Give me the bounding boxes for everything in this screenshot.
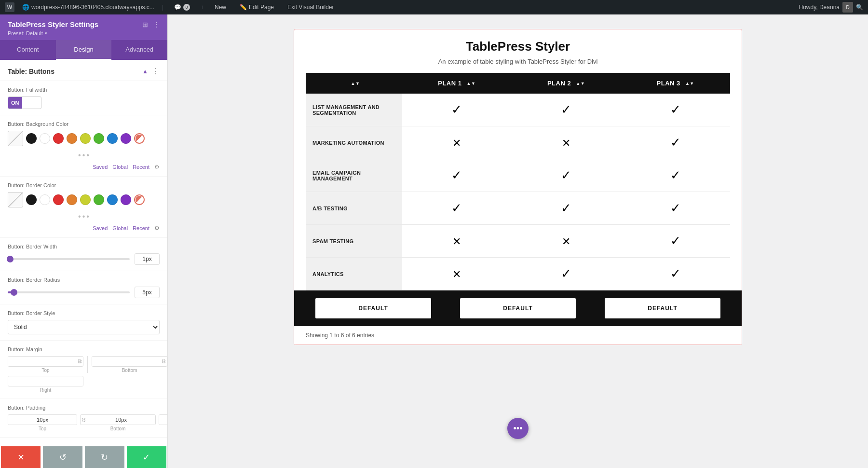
border-color-red[interactable] bbox=[53, 194, 64, 205]
tab-content[interactable]: Content bbox=[0, 40, 56, 60]
sort-arrows-0[interactable]: ▲▼ bbox=[351, 82, 360, 86]
redo-icon: ↻ bbox=[101, 452, 108, 463]
plan3-cell: ✓ bbox=[621, 225, 730, 258]
border-width-slider[interactable] bbox=[8, 258, 130, 260]
default-btn-1[interactable]: DEFAULT bbox=[315, 298, 431, 318]
border-color-settings-icon[interactable]: ⚙ bbox=[154, 225, 160, 232]
plan2-cell: ✕ bbox=[512, 225, 621, 258]
border-radius-slider[interactable] bbox=[8, 291, 130, 293]
padding-left-input[interactable] bbox=[159, 415, 167, 425]
plan1-cell: ✕ bbox=[402, 126, 512, 159]
default-btn-3[interactable]: DEFAULT bbox=[605, 298, 720, 318]
margin-field: Button: Margin ⛓ Top ⛓ bbox=[0, 341, 167, 399]
table-row: SPAM TESTING ✕ ✕ ✓ bbox=[306, 225, 730, 258]
link-icon-top: ⛓ bbox=[77, 359, 83, 364]
exit-builder-btn[interactable]: Exit Visual Builder bbox=[285, 0, 337, 14]
border-color-green[interactable] bbox=[94, 194, 104, 205]
margin-right-input[interactable] bbox=[8, 376, 83, 386]
padding-top-label: Top bbox=[39, 426, 46, 431]
search-icon[interactable]: 🔍 bbox=[856, 4, 863, 11]
new-btn[interactable]: New bbox=[212, 0, 229, 14]
header-plan1: PLAN 1 ▲▼ bbox=[402, 73, 512, 94]
redo-button[interactable]: ↻ bbox=[85, 446, 124, 468]
plan3-cell: ✓ bbox=[621, 94, 730, 126]
tab-design[interactable]: Design bbox=[56, 40, 112, 60]
feature-cell: LIST MANAGEMENT AND SEGMENTATION bbox=[306, 94, 402, 126]
margin-top-input[interactable] bbox=[8, 357, 77, 366]
plan2-cell: ✕ bbox=[512, 126, 621, 159]
border-color-yellow[interactable] bbox=[80, 194, 91, 205]
table-entries-info: Showing 1 to 6 of 6 entries bbox=[294, 326, 742, 344]
bg-color-label: Button: Background Color bbox=[8, 121, 160, 127]
save-button[interactable]: ✓ bbox=[127, 446, 166, 468]
border-style-select[interactable]: Solid Dashed Dotted Double None bbox=[8, 320, 160, 334]
more-options-icon[interactable]: ⋮ bbox=[153, 21, 160, 28]
saved-btn[interactable]: Saved bbox=[93, 164, 108, 170]
plan3-cell: ✓ bbox=[621, 258, 730, 290]
fullwidth-toggle[interactable]: ON bbox=[8, 96, 41, 109]
border-recent-btn[interactable]: Recent bbox=[133, 225, 149, 231]
section-menu-icon[interactable]: ⋮ bbox=[152, 67, 160, 76]
border-color-blue[interactable] bbox=[107, 194, 118, 205]
border-color-orange[interactable] bbox=[67, 194, 77, 205]
border-color-field: Button: Border Color • bbox=[0, 177, 167, 238]
border-global-btn[interactable]: Global bbox=[112, 225, 128, 231]
grid-icon[interactable]: ⊞ bbox=[142, 21, 148, 28]
color-swatch-blue[interactable] bbox=[107, 133, 118, 144]
admin-bar: W 🌐 wordpress-784896-3610405.cloudwaysap… bbox=[0, 0, 868, 14]
table-row: MARKETING AUTOMATION ✕ ✕ ✓ bbox=[306, 126, 730, 159]
border-color-black[interactable] bbox=[26, 194, 37, 205]
fab-button[interactable]: ••• bbox=[507, 418, 529, 439]
plan2-cell: ✓ bbox=[512, 192, 621, 225]
padding-bottom-input[interactable] bbox=[87, 415, 155, 425]
plan3-cell: ✓ bbox=[621, 159, 730, 192]
header-plan2: PLAN 2 ▲▼ bbox=[512, 73, 621, 94]
table-row: A/B TESTING ✓ ✓ ✓ bbox=[306, 192, 730, 225]
sort-arrows-1[interactable]: ▲▼ bbox=[467, 82, 476, 86]
color-swatch-yellow[interactable] bbox=[80, 133, 91, 144]
table-header-row: ▲▼ PLAN 1 ▲▼ PLAN 2 ▲▼ PLAN 3 bbox=[306, 73, 730, 94]
border-color-white[interactable] bbox=[40, 194, 50, 205]
border-width-input[interactable] bbox=[135, 253, 160, 265]
color-swatch-gradient[interactable] bbox=[134, 133, 145, 144]
color-swatch-black[interactable] bbox=[26, 133, 37, 144]
tab-bar: Content Design Advanced bbox=[0, 40, 167, 60]
color-preview-border[interactable] bbox=[8, 192, 23, 207]
border-radius-input[interactable] bbox=[135, 287, 160, 298]
panel-header: TablePress Styler Settings ⊞ ⋮ Preset: D… bbox=[0, 14, 167, 40]
color-swatch-purple[interactable] bbox=[121, 133, 131, 144]
exit-builder-label: Exit Visual Builder bbox=[287, 4, 334, 11]
border-color-label: Button: Border Color bbox=[8, 182, 160, 188]
border-color-gradient[interactable] bbox=[134, 194, 145, 205]
color-swatch-orange[interactable] bbox=[67, 133, 77, 144]
chevron-down-icon[interactable]: ▾ bbox=[45, 31, 47, 36]
default-btn-2[interactable]: DEFAULT bbox=[460, 298, 576, 318]
color-swatch-green[interactable] bbox=[94, 133, 104, 144]
tab-advanced[interactable]: Advanced bbox=[111, 40, 167, 60]
margin-label: Button: Margin bbox=[8, 346, 160, 352]
color-swatch-white[interactable] bbox=[40, 133, 50, 144]
link-icon-pad: ⛓ bbox=[81, 417, 87, 422]
feature-cell: A/B TESTING bbox=[306, 192, 402, 225]
feature-cell: ANALYTICS bbox=[306, 258, 402, 290]
undo-button[interactable]: ↺ bbox=[43, 446, 82, 468]
recent-btn[interactable]: Recent bbox=[133, 164, 149, 170]
site-url[interactable]: 🌐 wordpress-784896-3610405.cloudwaysapps… bbox=[22, 4, 154, 11]
padding-top-input[interactable] bbox=[8, 415, 77, 425]
close-button[interactable]: ✕ bbox=[1, 446, 41, 468]
edit-page-btn[interactable]: ✏️ Edit Page bbox=[237, 0, 277, 14]
comments-btn[interactable]: 💬 0 bbox=[171, 0, 193, 14]
margin-bottom-input[interactable] bbox=[92, 357, 161, 366]
collapse-icon[interactable]: ▲ bbox=[142, 68, 148, 75]
global-btn[interactable]: Global bbox=[112, 164, 128, 170]
sort-arrows-3[interactable]: ▲▼ bbox=[685, 82, 694, 86]
table-subtitle: An example of table styling with TablePr… bbox=[306, 58, 730, 65]
color-swatch-red[interactable] bbox=[53, 133, 64, 144]
sort-arrows-2[interactable]: ▲▼ bbox=[576, 82, 585, 86]
color-settings-icon[interactable]: ⚙ bbox=[154, 164, 160, 170]
border-color-purple[interactable] bbox=[121, 194, 131, 205]
plan3-cell: ✓ bbox=[621, 192, 730, 225]
color-preview-bg[interactable] bbox=[8, 131, 23, 146]
plan2-cell: ✓ bbox=[512, 258, 621, 290]
border-saved-btn[interactable]: Saved bbox=[93, 225, 108, 231]
